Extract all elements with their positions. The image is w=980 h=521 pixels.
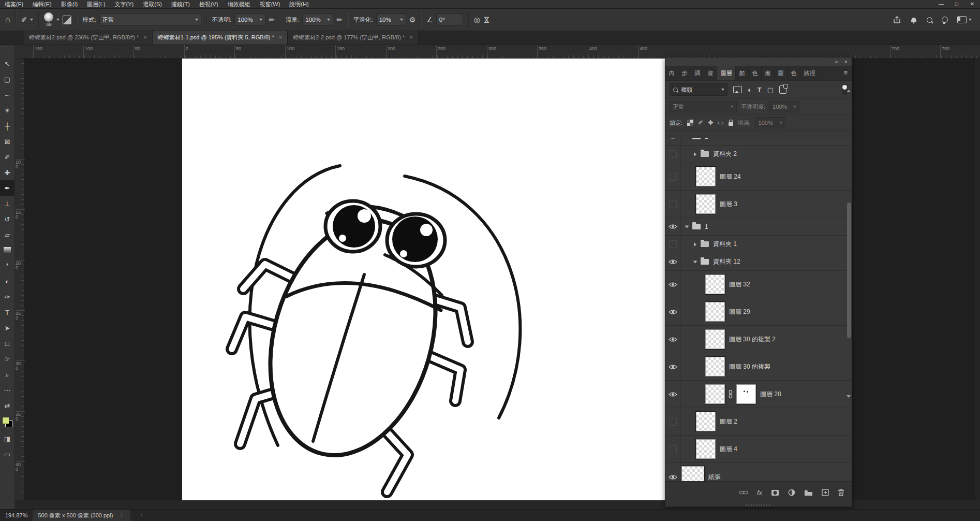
layer-row[interactable]: 2 — [665, 138, 852, 146]
vertical-scrollbar[interactable] — [975, 58, 980, 500]
list-scrollbar-thumb[interactable] — [847, 202, 851, 338]
tab-close-icon[interactable]: × — [143, 34, 146, 40]
layer-name[interactable]: 2 — [705, 138, 708, 140]
lock-transparency-icon[interactable] — [687, 120, 693, 126]
notifications-bell-icon[interactable] — [910, 16, 917, 24]
layer-name[interactable]: 圖層 2 — [720, 417, 737, 426]
visibility-toggle[interactable] — [665, 138, 680, 145]
object-selection-tool[interactable]: ✶ — [0, 103, 14, 118]
layer-thumbnail[interactable] — [705, 302, 725, 322]
size-pressure-icon[interactable]: ◎ — [474, 16, 480, 23]
layer-row[interactable]: 圖層 29 — [665, 298, 852, 326]
eyedropper-tool[interactable]: ✐ — [0, 149, 14, 165]
path-selection-tool[interactable]: ➤ — [0, 320, 14, 336]
menu-item[interactable]: 濾鏡(T) — [167, 1, 195, 7]
layer-thumbnail[interactable] — [705, 329, 725, 349]
document-canvas[interactable] — [182, 58, 686, 500]
horizontal-ruler[interactable]: 1501005005010015020025030035040045070075… — [24, 45, 980, 59]
layer-thumbnail[interactable] — [705, 384, 725, 404]
smoothing-field[interactable]: 10% — [376, 13, 406, 26]
layer-thumbnail[interactable] — [705, 357, 725, 377]
layer-name[interactable]: 圖層 29 — [729, 308, 750, 316]
layer-row[interactable]: 資料夾 1 — [665, 236, 852, 253]
menu-item[interactable]: 圖層(L) — [82, 1, 110, 7]
menu-item[interactable]: 增效模組 — [223, 1, 255, 7]
layer-row[interactable]: 圖層 24 — [665, 163, 852, 191]
status-chevron-left-icon[interactable]: 〈 — [138, 512, 143, 519]
airbrush-icon[interactable]: ✏ — [336, 16, 343, 23]
document-tab[interactable]: 蟑螂素材1-1.psd @ 195% (資料夾 5, RGB/8) * × — [153, 30, 288, 45]
layer-name[interactable]: 紙張 — [708, 473, 721, 482]
flow-field[interactable]: 100% — [302, 13, 333, 26]
menu-item[interactable]: 編輯(E) — [28, 1, 56, 7]
visibility-toggle[interactable] — [665, 408, 680, 435]
filter-shape-layers-icon[interactable]: ▢ — [767, 86, 774, 93]
layer-row[interactable]: 1 — [665, 218, 852, 236]
layer-thumbnail[interactable] — [696, 194, 716, 214]
layer-row[interactable]: 圖層 2 — [665, 408, 852, 436]
expand-chevron-icon[interactable] — [694, 242, 696, 247]
mode-select[interactable]: 正常 — [99, 13, 201, 26]
document-info[interactable]: 500 像素 x 500 像素 (300 ppi) 〉 — [33, 510, 130, 521]
color-swatches[interactable] — [0, 413, 14, 431]
layer-row[interactable]: 圖層 3 — [665, 191, 852, 218]
panel-tab[interactable]: 色 — [788, 66, 800, 80]
menu-item[interactable]: 檢視(V) — [195, 1, 223, 7]
pen-tool[interactable]: ✑ — [0, 289, 14, 305]
layer-name[interactable]: 圖層 28 — [760, 390, 781, 399]
visibility-toggle[interactable] — [665, 146, 680, 163]
discover-bulb-icon[interactable] — [942, 17, 948, 23]
link-layers-button[interactable] — [739, 490, 748, 495]
layer-name[interactable]: 圖層 32 — [729, 280, 750, 289]
panel-close-icon[interactable]: × — [844, 59, 848, 65]
panel-tab[interactable]: 色 — [749, 66, 762, 80]
swap-colors-icon[interactable]: ⇄ — [0, 398, 14, 413]
fill-field[interactable]: 100% — [755, 117, 785, 128]
layer-row[interactable]: 圖層 30 的複製 — [665, 353, 852, 381]
layer-name[interactable]: 資料夾 12 — [713, 257, 740, 266]
mask-thumbnail[interactable] — [736, 384, 756, 404]
panel-resize-grip[interactable] — [746, 504, 771, 506]
close-button[interactable]: ✕ — [964, 0, 980, 8]
panel-tab[interactable]: 內 — [665, 66, 678, 80]
minimize-button[interactable]: — — [933, 0, 949, 8]
angle-field[interactable]: 0° — [436, 13, 463, 26]
document-tab[interactable]: 蟑螂素材2.psd @ 236% (穿山甲, RGB/8#) * × — [24, 30, 153, 45]
panel-opacity-field[interactable]: 100% — [769, 101, 799, 112]
lock-pixels-icon[interactable]: ✐ — [698, 120, 703, 126]
vertical-ruler[interactable]: 100150200250300350400450 — [14, 58, 24, 500]
delete-layer-button[interactable] — [838, 489, 844, 496]
symmetry-butterfly-icon[interactable]: ⋈ — [483, 16, 491, 23]
panel-menu-icon[interactable]: ≡ — [839, 66, 852, 80]
brush-preset-icon[interactable]: ✐ — [21, 16, 27, 23]
visibility-toggle[interactable] — [665, 298, 680, 325]
opacity-pressure-icon[interactable]: ✏ — [269, 16, 275, 23]
search-icon[interactable] — [927, 17, 932, 23]
layer-row[interactable]: 圖層 30 的複製 2 — [665, 326, 852, 353]
lock-artboard-icon[interactable]: ▭ — [718, 120, 723, 126]
expand-chevron-icon[interactable] — [693, 260, 697, 263]
visibility-toggle[interactable] — [665, 191, 680, 218]
workspace-switcher[interactable] — [957, 16, 972, 23]
layer-thumbnail[interactable] — [696, 412, 716, 431]
smoothing-gear-icon[interactable]: ⚙ — [409, 16, 416, 23]
lock-position-icon[interactable]: ✥ — [708, 120, 713, 126]
toolbar-ellipsis[interactable]: ⋯ — [0, 382, 14, 398]
visibility-toggle[interactable] — [665, 381, 680, 408]
panel-tab[interactable]: 資 — [704, 66, 717, 80]
history-brush-tool[interactable]: ↺ — [0, 211, 14, 227]
panel-tab[interactable]: 步 — [678, 66, 691, 80]
type-tool[interactable]: T — [0, 305, 14, 320]
quick-mask-toggle[interactable]: ◨ — [0, 431, 14, 446]
visibility-toggle[interactable] — [665, 218, 680, 235]
layer-row[interactable]: 資料夾 2 — [665, 146, 852, 163]
layer-row[interactable]: 圖層 4 — [665, 436, 852, 463]
menu-item[interactable]: 選取(S) — [138, 1, 167, 7]
zoom-level-field[interactable]: 194.87% — [0, 512, 33, 518]
filter-pixel-layers-icon[interactable] — [733, 86, 742, 93]
move-tool[interactable]: ↖ — [0, 56, 14, 71]
layer-name[interactable]: 資料夾 1 — [713, 240, 737, 249]
layer-name[interactable]: 圖層 30 的複製 2 — [729, 335, 776, 344]
filter-kind-select[interactable]: 種類 — [670, 83, 727, 96]
brush-settings-panel-icon[interactable] — [63, 16, 71, 24]
